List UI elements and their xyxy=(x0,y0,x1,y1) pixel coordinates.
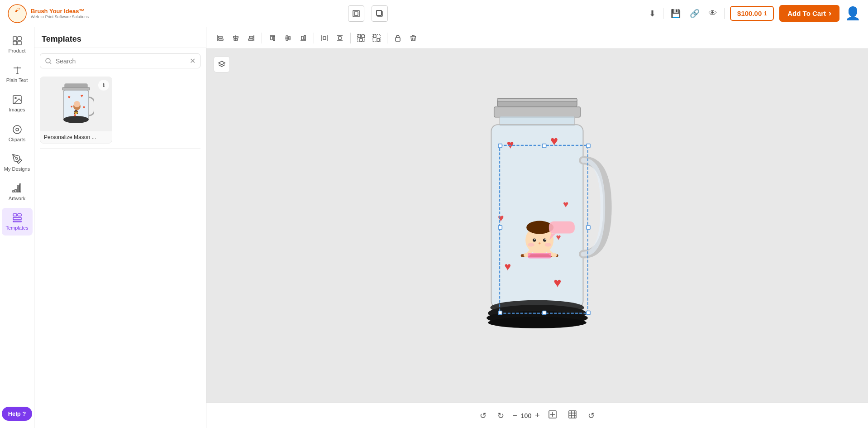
sidebar-item-my-designs[interactable]: My Designs xyxy=(2,149,33,177)
svg-point-96 xyxy=(526,221,553,234)
svg-rect-65 xyxy=(339,37,341,39)
svg-rect-105 xyxy=(528,253,551,258)
add-to-cart-btn[interactable]: Add To Cart › xyxy=(779,5,839,22)
svg-rect-58 xyxy=(301,36,303,40)
svg-point-100 xyxy=(544,239,545,240)
svg-rect-50 xyxy=(248,39,253,40)
clipart-icon xyxy=(12,124,23,135)
share-btn[interactable]: 🔗 xyxy=(688,7,701,20)
svg-text:♥: ♥ xyxy=(563,198,568,209)
svg-rect-53 xyxy=(273,36,275,41)
align-center-h-btn[interactable] xyxy=(229,31,243,45)
mason-jar-svg: ♥ ♥ ♥ ♥ ♥ ♥ ♥ xyxy=(451,95,623,357)
svg-rect-22 xyxy=(17,186,19,192)
template-card[interactable]: ♥ ♥ ♥ ♥ ♥ 👧 ℹ Personalize Mason ... xyxy=(40,77,112,144)
help-btn[interactable]: Help ? xyxy=(2,407,33,421)
svg-rect-8 xyxy=(18,37,21,40)
template-info-btn[interactable]: ℹ xyxy=(98,80,109,91)
delete-btn[interactable] xyxy=(406,31,420,45)
distribute-v-btn[interactable] xyxy=(333,31,347,45)
sidebar-item-designs-label: My Designs xyxy=(4,166,30,172)
svg-rect-23 xyxy=(19,184,21,192)
undo-btn[interactable]: ↺ xyxy=(477,408,489,423)
svg-rect-73 xyxy=(396,38,400,41)
save-btn[interactable]: 💾 xyxy=(669,7,682,20)
lock-btn[interactable] xyxy=(391,31,405,45)
user-icon-btn[interactable]: 👤 xyxy=(845,6,861,21)
sidebar-item-artwork-label: Artwork xyxy=(9,196,25,202)
svg-rect-52 xyxy=(271,36,272,40)
svg-rect-111 xyxy=(587,144,590,147)
svg-rect-109 xyxy=(498,144,502,147)
svg-rect-21 xyxy=(15,189,16,192)
svg-point-103 xyxy=(545,243,552,246)
sidebar-item-plain-text[interactable]: Plain Text xyxy=(2,60,33,88)
sidebar-item-text-label: Plain Text xyxy=(6,77,28,83)
canvas-content: ♥ ♥ ♥ ♥ ♥ ♥ ♥ xyxy=(206,49,868,403)
align-middle-btn[interactable] xyxy=(281,31,295,45)
search-clear-btn[interactable]: ✕ xyxy=(190,57,196,65)
svg-text:♥: ♥ xyxy=(507,138,514,151)
svg-point-16 xyxy=(15,97,16,99)
svg-rect-20 xyxy=(13,191,14,192)
svg-rect-71 xyxy=(377,38,380,41)
text-icon xyxy=(12,65,23,76)
svg-text:♥: ♥ xyxy=(553,275,561,289)
fit-btn[interactable] xyxy=(545,407,560,424)
reset-btn[interactable]: ↺ xyxy=(585,408,597,423)
redo-btn[interactable]: ↻ xyxy=(495,408,507,423)
sidebar-item-product[interactable]: Product xyxy=(2,31,33,58)
svg-text:♥: ♥ xyxy=(71,105,73,109)
svg-text:♥: ♥ xyxy=(556,232,561,242)
svg-rect-112 xyxy=(498,225,502,229)
sidebar-item-cliparts[interactable]: Cliparts xyxy=(2,120,33,147)
svg-rect-3 xyxy=(354,12,358,15)
align-left-btn[interactable] xyxy=(214,31,227,45)
group-btn[interactable] xyxy=(354,31,368,45)
designs-icon xyxy=(12,154,23,164)
sidebar-item-images-label: Images xyxy=(9,107,25,113)
sidebar-item-cliparts-label: Cliparts xyxy=(9,137,25,143)
svg-rect-24 xyxy=(13,214,17,216)
svg-rect-72 xyxy=(373,34,380,42)
sidebar-item-images[interactable]: Images xyxy=(2,90,33,117)
svg-point-85 xyxy=(488,317,587,328)
svg-point-101 xyxy=(539,242,540,244)
align-bottom-btn[interactable] xyxy=(296,31,310,45)
templates-icon xyxy=(12,212,23,223)
zoom-out-btn[interactable]: − xyxy=(512,411,517,420)
ungroup-btn[interactable] xyxy=(370,31,383,45)
svg-point-18 xyxy=(13,125,21,134)
sidebar-icons: Product Plain Text Images xyxy=(0,27,34,428)
templates-grid: ♥ ♥ ♥ ♥ ♥ 👧 ℹ Personalize Mason ... xyxy=(34,72,206,148)
svg-rect-110 xyxy=(542,144,546,147)
sidebar-item-artwork[interactable]: Artwork xyxy=(2,178,33,206)
frame-icon-btn[interactable] xyxy=(348,5,364,22)
duplicate-icon-btn[interactable] xyxy=(372,5,388,22)
price-info-icon: ℹ xyxy=(764,10,767,17)
sidebar-item-templates[interactable]: Templates xyxy=(2,208,33,236)
align-right-btn[interactable] xyxy=(244,31,258,45)
svg-text:♥: ♥ xyxy=(498,212,504,223)
preview-btn[interactable]: 👁 xyxy=(707,7,719,20)
image-icon xyxy=(12,94,23,105)
svg-rect-113 xyxy=(587,225,590,229)
download-btn[interactable]: ⬇ xyxy=(647,7,658,20)
svg-text:🖌: 🖌 xyxy=(14,7,20,13)
align-top-btn[interactable] xyxy=(266,31,279,45)
svg-text:♥: ♥ xyxy=(81,93,83,98)
svg-text:♥: ♥ xyxy=(83,105,85,110)
svg-point-28 xyxy=(46,58,50,63)
header-center xyxy=(348,5,388,22)
svg-rect-106 xyxy=(549,221,575,233)
svg-text:♥: ♥ xyxy=(550,133,558,148)
svg-rect-66 xyxy=(358,35,361,38)
price-btn[interactable]: $100.00 ℹ xyxy=(730,6,774,21)
grid-btn[interactable] xyxy=(565,407,580,424)
distribute-h-btn[interactable] xyxy=(318,31,331,45)
zoom-in-btn[interactable]: + xyxy=(535,411,540,420)
logo-text: Brush Your Ideas™ Web-to-Print Software … xyxy=(31,8,89,19)
search-input[interactable] xyxy=(56,58,186,65)
svg-rect-25 xyxy=(18,214,21,216)
layers-btn[interactable] xyxy=(214,56,230,72)
